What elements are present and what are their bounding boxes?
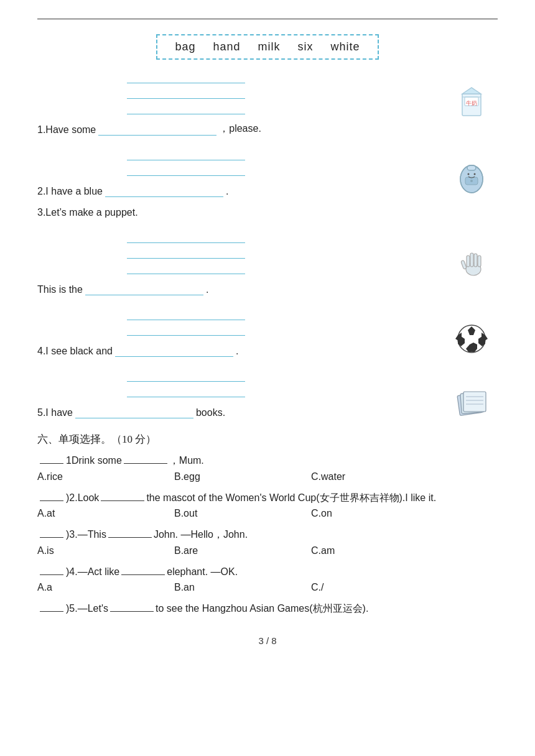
sentence-1-row: 1.Have some ，please. [37, 118, 439, 136]
word-bank: bag hand milk six white [156, 34, 378, 60]
mc-title: 六、单项选择。（10 分） [37, 432, 498, 446]
word-bag: bag [175, 40, 195, 53]
sentence-4-row: 4.I see black and . [37, 339, 439, 357]
mc-q3-text: )3.—This [66, 527, 106, 543]
svg-rect-16 [478, 256, 481, 267]
stack-line-4-1 [127, 309, 245, 320]
svg-marker-1 [462, 88, 481, 94]
mc-paren-5 [40, 602, 63, 612]
svg-point-10 [467, 173, 469, 175]
mc-blank-2 [101, 491, 144, 501]
stack-line-2-1 [127, 149, 245, 160]
sentence-this-suffix: . [206, 284, 208, 295]
mc-item-1: 1 Drink some ，Mum. A.rice B.egg C.water [37, 453, 498, 482]
mc-blank-1 [124, 454, 167, 464]
page-number: 3 / 8 [37, 635, 498, 646]
mc-blank-5 [110, 602, 154, 612]
mc-options-1: A.rice B.egg C.water [37, 471, 498, 482]
mc-item-3: )3.—This John. —Hello，John. A.is B.are C… [37, 527, 498, 556]
sentence-1-suffix: ，please. [219, 122, 261, 136]
sentence-2-section: 2.I have a blue . 3.Let’s make a puppet. [37, 149, 498, 221]
mc-blank-3 [108, 528, 152, 538]
mc-q5-text: )5.—Let's [66, 601, 108, 617]
sentence-1-content: 1.Have some ，please. [37, 72, 439, 138]
sentence-2-content: 2.I have a blue . 3.Let’s make a puppet. [37, 149, 439, 221]
sentence-3-row: 3.Let’s make a puppet. [37, 201, 439, 218]
sentence-2-blank [105, 186, 223, 197]
sentence-this-blank [85, 284, 203, 295]
mc-opt-3a: A.is [37, 545, 174, 556]
sentence-2-stack-lines [124, 149, 439, 176]
mc-opt-3c: C.am [311, 545, 448, 556]
mc-q4-text: )4.—Act like [66, 564, 119, 580]
sentence-2-row: 2.I have a blue . [37, 180, 439, 197]
mc-q-2: )2.Look the mascot of the Women's World … [37, 490, 498, 506]
mc-options-2: A.at B.out C.on [37, 508, 498, 519]
sentence-4-stack-lines [124, 309, 439, 336]
svg-rect-15 [474, 254, 477, 267]
mc-q-3: )3.—This John. —Hello，John. [37, 527, 498, 543]
mc-q3-suffix: John. —Hello，John. [154, 527, 248, 543]
hand-image [445, 238, 498, 282]
stack-line-4-2 [127, 325, 245, 336]
sentence-2-suffix: . [226, 186, 228, 197]
mc-q1-text: Drink some [72, 453, 122, 469]
mc-q-5: )5.—Let's to see the Hangzhou Asian Game… [37, 601, 498, 617]
mc-q-1: 1 Drink some ，Mum. [37, 453, 498, 469]
word-six: six [298, 40, 314, 53]
top-divider [37, 19, 498, 19]
sentence-1-section: 1.Have some ，please. 牛奶 [37, 72, 498, 138]
books-image [445, 377, 498, 420]
sentence-4-section: 4.I see black and . [37, 309, 498, 359]
mc-num-1: 1 [66, 453, 72, 469]
mc-section: 六、单项选择。（10 分） 1 Drink some ，Mum. A.rice … [37, 432, 498, 617]
sentence-5-section: 5.I have books. [37, 371, 498, 421]
mc-item-4: )4.—Act like elephant. —OK. A.a B.an C./ [37, 564, 498, 594]
mc-opt-1b: B.egg [174, 471, 311, 482]
mc-paren-2 [40, 491, 63, 501]
mc-q-4: )4.—Act like elephant. —OK. [37, 564, 498, 580]
word-bank-wrapper: bag hand milk six white [37, 34, 498, 60]
mc-q2-suffix: the mascot of the Women's World Cup(女子世界… [146, 490, 436, 506]
mc-paren-3 [40, 528, 63, 538]
svg-rect-13 [467, 256, 470, 267]
word-milk: milk [258, 40, 281, 53]
sentence-4-blank [115, 346, 233, 357]
stack-line-2-2 [127, 165, 245, 176]
sentence-4-prefix: 4.I see black and [37, 346, 113, 357]
mc-options-3: A.is B.are C.am [37, 545, 498, 556]
word-hand: hand [213, 40, 240, 53]
mc-item-5: )5.—Let's to see the Hangzhou Asian Game… [37, 601, 498, 617]
mc-opt-4b: B.an [174, 582, 311, 593]
mc-paren-1 [40, 454, 63, 464]
sentence-5-suffix: books. [196, 407, 225, 418]
mc-q5-suffix: to see the Hangzhou Asian Games(杭州亚运会). [156, 601, 368, 617]
sentence-5-prefix: 5.I have [37, 407, 73, 418]
stack-line-5-1 [127, 371, 245, 382]
milk-image: 牛奶 [445, 78, 498, 122]
sentence-4-suffix: . [236, 346, 238, 357]
bag-image [445, 155, 498, 199]
svg-point-11 [473, 173, 475, 175]
mc-opt-3b: B.are [174, 545, 311, 556]
sentence-this-section: This is the . [37, 232, 498, 298]
mc-opt-4a: A.a [37, 582, 174, 593]
sentence-5-stack-lines [124, 371, 439, 397]
sentence-1-prefix: 1.Have some [37, 124, 96, 136]
sentence-this-stack-lines [124, 232, 439, 274]
sentence-1-blank [98, 124, 216, 136]
svg-point-8 [470, 180, 473, 182]
sentence-5-content: 5.I have books. [37, 371, 439, 421]
sentence-5-row: 5.I have books. [37, 401, 439, 418]
ball-image [445, 315, 498, 359]
stack-line-t3 [127, 263, 245, 274]
svg-rect-27 [463, 392, 486, 412]
mc-blank-4 [121, 565, 165, 575]
stack-line-t1 [127, 232, 245, 243]
mc-opt-2c: C.on [311, 508, 448, 519]
stack-line-1 [127, 72, 245, 83]
sentence-this-prefix: This is the [37, 284, 83, 295]
mc-q1-suffix: ，Mum. [169, 453, 204, 469]
mc-opt-4c: C./ [311, 582, 448, 593]
mc-q4-suffix: elephant. —OK. [167, 564, 238, 580]
